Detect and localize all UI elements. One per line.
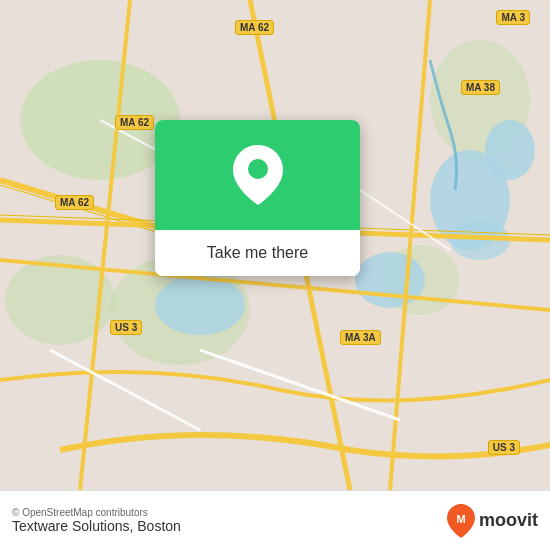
moovit-logo: M moovit bbox=[447, 504, 538, 538]
road-label-ma62-left: MA 62 bbox=[115, 115, 154, 130]
road-label-us3-left: US 3 bbox=[110, 320, 142, 335]
bottom-bar: © OpenStreetMap contributors Textware So… bbox=[0, 490, 550, 550]
road-label-ma62-top: MA 62 bbox=[235, 20, 274, 35]
location-text: Textware Solutions, Boston bbox=[12, 518, 181, 534]
svg-point-23 bbox=[248, 159, 268, 179]
road-label-ma-top: MA 3 bbox=[496, 10, 530, 25]
road-label-ma3a: MA 3A bbox=[340, 330, 381, 345]
road-label-us3-right: US 3 bbox=[488, 440, 520, 455]
popup-card: Take me there bbox=[155, 120, 360, 276]
take-me-there-button[interactable]: Take me there bbox=[155, 230, 360, 276]
road-label-ma62-far-left: MA 62 bbox=[55, 195, 94, 210]
svg-point-6 bbox=[155, 275, 245, 335]
bottom-left-info: © OpenStreetMap contributors Textware So… bbox=[12, 507, 181, 534]
svg-point-9 bbox=[485, 120, 535, 180]
location-pin-icon bbox=[233, 145, 283, 205]
svg-text:M: M bbox=[456, 513, 465, 525]
road-label-ma38: MA 38 bbox=[461, 80, 500, 95]
moovit-pin-icon: M bbox=[447, 504, 475, 538]
map: MA 62 MA 62 MA 62 MA 62 MA 38 MA 3A US 3… bbox=[0, 0, 550, 550]
popup-header bbox=[155, 120, 360, 230]
moovit-brand-text: moovit bbox=[479, 510, 538, 531]
copyright-text: © OpenStreetMap contributors bbox=[12, 507, 181, 518]
